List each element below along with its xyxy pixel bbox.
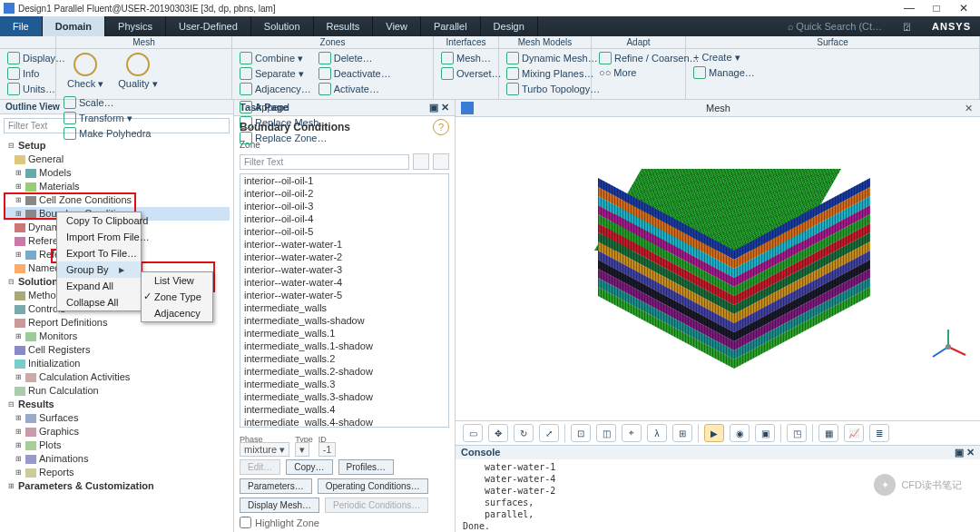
- tree-animations[interactable]: ⊞Animations: [4, 452, 230, 466]
- ribbon-transform[interactable]: Transform ▾: [62, 111, 153, 125]
- ribbon-dynamic-mesh[interactable]: Dynamic Mesh…: [505, 51, 600, 65]
- sub-list-view[interactable]: List View: [142, 272, 212, 289]
- ribbon-activate[interactable]: Activate…: [317, 82, 393, 96]
- menu-user-defined[interactable]: User-Defined: [166, 16, 251, 36]
- menu-design[interactable]: Design: [481, 16, 538, 36]
- tree-plots[interactable]: ⊞Plots: [4, 438, 230, 452]
- operating-conditions-button[interactable]: Operating Conditions…: [318, 478, 428, 494]
- zone-item[interactable]: interior--water-water-4: [240, 276, 448, 289]
- tree-run-calc[interactable]: Run Calculation: [4, 384, 230, 398]
- tb-pan[interactable]: ✥: [488, 424, 508, 442]
- zone-item[interactable]: intermediate_walls.3: [240, 378, 448, 390]
- ctx-group-by[interactable]: Group By▶: [57, 261, 141, 278]
- viewer-close[interactable]: ✕: [957, 103, 980, 114]
- phase-select[interactable]: mixture ▾: [240, 442, 289, 457]
- tree-cell-registers[interactable]: Cell Registers: [4, 343, 230, 357]
- zone-item[interactable]: interior--oil-oil-4: [240, 212, 448, 225]
- tree-materials[interactable]: ⊞Materials: [4, 180, 230, 193]
- tree-models[interactable]: ⊞Models: [4, 166, 230, 180]
- close-button[interactable]: ✕: [951, 1, 976, 15]
- tb-zoom[interactable]: ⤢: [539, 424, 559, 442]
- menu-file[interactable]: File: [0, 16, 43, 36]
- ribbon-adjacency[interactable]: Adjacency…: [238, 82, 313, 96]
- tree-reports[interactable]: ⊞Reports: [4, 466, 230, 479]
- ribbon-more[interactable]: ○○ More: [597, 66, 638, 79]
- zone-item[interactable]: intermediate_walls.1: [240, 327, 448, 340]
- id-field[interactable]: -1: [318, 442, 337, 457]
- tb-grid-icon[interactable]: ▦: [818, 424, 838, 442]
- console-buttons[interactable]: ▣ ✕: [955, 447, 975, 458]
- zone-item[interactable]: interior--water-water-3: [240, 263, 448, 276]
- help-icon[interactable]: ⍰: [891, 16, 923, 36]
- tb-cube-icon[interactable]: ◳: [787, 424, 807, 442]
- tb-fit[interactable]: ⊡: [571, 424, 591, 442]
- sub-zone-type[interactable]: Zone Type: [142, 289, 212, 305]
- ribbon-separate[interactable]: Separate ▾: [238, 66, 313, 81]
- ribbon-overset[interactable]: Overset…: [439, 66, 504, 81]
- ribbon-create[interactable]: + Create ▾: [691, 51, 742, 64]
- zone-filter-btn-2[interactable]: [433, 153, 449, 170]
- zone-item[interactable]: intermediate_walls.2-shadow: [240, 365, 448, 378]
- ribbon-if-mesh[interactable]: Mesh…: [439, 51, 493, 65]
- tree-initialization[interactable]: Initialization: [4, 357, 230, 370]
- highlight-zone-checkbox[interactable]: Highlight Zone: [240, 517, 449, 528]
- tree-params[interactable]: ⊞Parameters & Customization: [4, 479, 230, 493]
- tb-box-zoom[interactable]: ◫: [596, 424, 616, 442]
- display-mesh-button[interactable]: Display Mesh…: [240, 498, 319, 513]
- tb-play[interactable]: ▶: [704, 424, 724, 442]
- ribbon-replace-mesh[interactable]: Replace Mesh…: [238, 115, 330, 130]
- zone-list[interactable]: interior--oil-oil-1interior--oil-oil-2in…: [240, 173, 449, 428]
- zone-filter-input[interactable]: Filter Text: [240, 154, 409, 170]
- zone-item[interactable]: intermediate_walls.1-shadow: [240, 340, 448, 352]
- tree-monitors[interactable]: ⊞Monitors: [4, 330, 230, 343]
- maximize-button[interactable]: □: [924, 1, 949, 15]
- zone-item[interactable]: interior--oil-oil-2: [240, 187, 448, 200]
- zone-item[interactable]: intermediate_walls.3-shadow: [240, 390, 448, 403]
- zone-item[interactable]: interior--water-water-1: [240, 238, 448, 251]
- tb-axes-icon[interactable]: ⊞: [672, 424, 692, 442]
- help-icon[interactable]: ?: [433, 119, 449, 135]
- tree-setup[interactable]: ⊟Setup: [4, 139, 230, 153]
- tb-probe[interactable]: ⌖: [622, 424, 642, 442]
- menu-solution[interactable]: Solution: [251, 16, 314, 36]
- ribbon-units[interactable]: Units…: [5, 82, 57, 96]
- ribbon-deactivate[interactable]: Deactivate…: [317, 66, 393, 81]
- menu-view[interactable]: View: [373, 16, 421, 36]
- zone-filter-btn-1[interactable]: [413, 153, 429, 170]
- ctx-expand[interactable]: Expand All: [57, 278, 141, 294]
- edit-button[interactable]: Edit…: [240, 459, 280, 475]
- tree-cell-zone[interactable]: ⊞Cell Zone Conditions: [4, 193, 230, 207]
- ribbon-turbo[interactable]: Turbo Topology…: [505, 82, 602, 96]
- ctx-import[interactable]: Import From File…: [57, 229, 141, 245]
- copy-button[interactable]: Copy…: [286, 459, 332, 475]
- ribbon-delete[interactable]: Delete…: [317, 51, 393, 65]
- ribbon-manage[interactable]: Manage…: [691, 65, 757, 80]
- zone-item[interactable]: intermediate_walls.2: [240, 352, 448, 365]
- menu-domain[interactable]: Domain: [43, 16, 105, 36]
- zone-item[interactable]: intermediate_walls: [240, 301, 448, 314]
- menu-physics[interactable]: Physics: [105, 16, 166, 36]
- profiles-button[interactable]: Profiles…: [338, 459, 394, 475]
- tree-calc-activities[interactable]: ⊞Calculation Activities: [4, 370, 230, 384]
- tb-layers-icon[interactable]: ≣: [869, 424, 889, 442]
- viewer-header-icon[interactable]: [461, 102, 474, 114]
- ctx-copy[interactable]: Copy To Clipboard: [57, 212, 141, 229]
- menu-parallel[interactable]: Parallel: [421, 16, 481, 36]
- zone-item[interactable]: interior--water-water-5: [240, 289, 448, 301]
- console-output[interactable]: water-water-1 water-water-4 water-water-…: [456, 459, 980, 532]
- zone-item[interactable]: intermediate_walls.4: [240, 403, 448, 416]
- ribbon-info[interactable]: Info: [5, 66, 41, 81]
- zone-item[interactable]: interior--water-water-2: [240, 251, 448, 263]
- tb-select[interactable]: ▭: [463, 424, 483, 442]
- mesh-canvas[interactable]: [456, 117, 980, 420]
- zone-item[interactable]: intermediate_walls-shadow: [240, 314, 448, 327]
- ribbon-combine[interactable]: Combine ▾: [238, 51, 313, 65]
- tb-chart-icon[interactable]: 📈: [844, 424, 864, 442]
- sub-adjacency[interactable]: Adjacency: [142, 305, 212, 321]
- zone-item[interactable]: intermediate_walls.4-shadow: [240, 416, 448, 428]
- ribbon-append[interactable]: Append: [238, 100, 330, 114]
- zone-item[interactable]: interior--oil-oil-3: [240, 200, 448, 212]
- tree-general[interactable]: General: [4, 153, 230, 166]
- zone-item[interactable]: interior--oil-oil-1: [240, 174, 448, 187]
- outline-tree[interactable]: ⊟Setup General ⊞Models ⊞Materials ⊞Cell …: [0, 137, 233, 532]
